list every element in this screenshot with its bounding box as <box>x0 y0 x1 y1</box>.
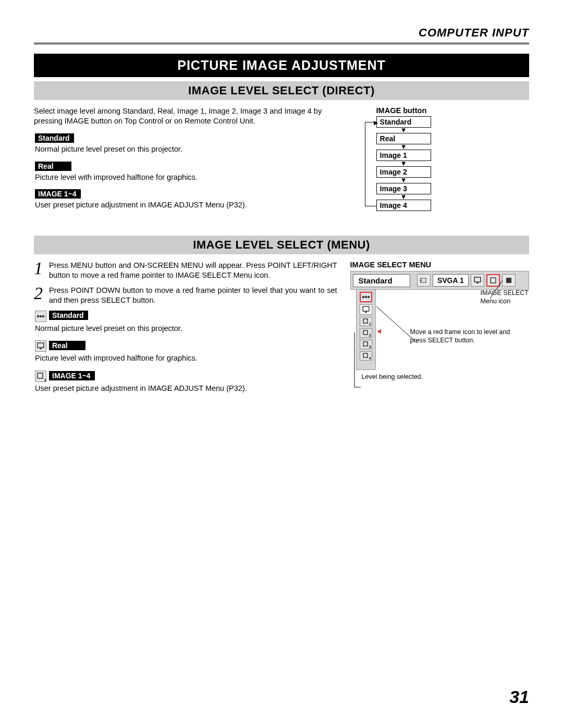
svg-rect-17 <box>363 330 368 335</box>
desc-image14: User preset picture adjustment in IMAGE … <box>35 200 337 210</box>
label-standard: Standard <box>35 133 74 143</box>
input-icon <box>417 274 431 287</box>
desc-standard: Normal picture level preset on this proj… <box>35 324 337 334</box>
step-number: 2 <box>34 286 43 302</box>
step-1: 1 Press MENU button and ON-SCREEN MENU w… <box>34 261 337 280</box>
menu-section: 1 Press MENU button and ON-SCREEN MENU w… <box>34 261 529 401</box>
svg-rect-8 <box>476 282 479 283</box>
menu-item-image14: 1 IMAGE 1~4 User preset picture adjustme… <box>35 371 337 393</box>
step-number: 1 <box>34 261 43 277</box>
annot-level-selected: Level being selected. <box>362 373 423 381</box>
subtitle-menu: IMAGE LEVEL SELECT (MENU) <box>34 236 529 254</box>
svg-rect-9 <box>491 278 496 283</box>
osd-menu-bar: Standard SVGA 1 <box>350 271 529 290</box>
svg-rect-3 <box>38 343 44 348</box>
svg-rect-16 <box>363 319 368 323</box>
label-image14: IMAGE 1~4 <box>49 371 95 380</box>
annot-move-frame: Move a red frame icon to level and press… <box>410 328 515 344</box>
subtitle-direct: IMAGE LEVEL SELECT (DIRECT) <box>34 81 529 100</box>
svg-rect-5 <box>38 373 43 378</box>
image-select-menu-icon <box>486 274 500 287</box>
svg-rect-11 <box>362 295 365 299</box>
label-real: Real <box>49 341 85 350</box>
flow-arrow-icon: ▼ <box>376 161 431 166</box>
level-image4-icon: 4 <box>360 351 372 361</box>
label-real: Real <box>35 162 71 171</box>
flow-arrow-icon: ▼ <box>376 178 431 183</box>
flow-arrow-icon: ▼ <box>376 144 431 150</box>
numbered-frame-icon: 1 <box>35 371 46 382</box>
svg-rect-10 <box>506 278 511 283</box>
svg-rect-7 <box>474 277 481 282</box>
svg-marker-20 <box>377 329 381 334</box>
flow-title: IMAGE button <box>376 106 529 115</box>
svga-label: SVGA 1 <box>433 274 469 287</box>
diamond-cluster-icon <box>35 311 46 322</box>
red-cursor-icon <box>376 292 382 370</box>
level-list: 1 2 3 4 <box>356 290 376 370</box>
level-image2-icon: 2 <box>360 328 372 338</box>
page-number: 31 <box>509 687 529 707</box>
desc-standard: Normal picture level preset on this proj… <box>35 144 337 154</box>
svg-rect-2 <box>42 315 45 318</box>
svg-rect-1 <box>39 315 42 318</box>
menu-item-real: Real Picture level with improved halfton… <box>35 340 337 363</box>
page-title: PICTURE IMAGE ADJUSTMENT <box>34 54 529 77</box>
monitor-icon <box>35 340 46 352</box>
flow-box-image4: Image 4 <box>376 200 431 211</box>
svg-rect-14 <box>363 306 369 311</box>
desc-image14: User preset picture adjustment in IMAGE … <box>35 384 337 393</box>
desc-real: Picture level with improved halftone for… <box>35 172 337 182</box>
header-section: COMPUTER INPUT <box>34 26 529 44</box>
step-text: Press POINT DOWN button to move a red fr… <box>49 286 337 305</box>
label-standard: Standard <box>49 311 88 320</box>
step-2: 2 Press POINT DOWN button to move a red … <box>34 286 337 305</box>
direct-item-standard: Standard Normal picture level preset on … <box>35 133 337 154</box>
flow-arrow-icon: ▼ <box>376 128 431 133</box>
direct-section: Select image level among Standard, Real,… <box>34 106 529 217</box>
svg-rect-4 <box>40 348 42 349</box>
svg-rect-19 <box>363 353 368 357</box>
image-button-flow: ▶ Standard ▼ Real ▼ Image 1 ▼ Image 2 ▼ … <box>376 116 529 211</box>
svg-rect-15 <box>365 312 367 313</box>
menu-mode-label: Standard <box>353 274 410 287</box>
direct-item-real: Real Picture level with improved halfton… <box>35 162 337 182</box>
svg-rect-12 <box>364 295 368 299</box>
annot-image-select-icon: IMAGE SELECTMenu icon <box>481 289 529 305</box>
direct-item-image14: IMAGE 1~4 User preset picture adjustment… <box>35 189 337 210</box>
level-standard-icon <box>360 292 372 302</box>
level-image1-icon: 1 <box>360 317 372 326</box>
flow-arrow-icon: ▼ <box>376 194 431 200</box>
image-select-menu-title: IMAGE SELECT MENU <box>350 261 529 269</box>
svg-rect-18 <box>363 342 368 346</box>
menu-item-standard: Standard Normal picture level preset on … <box>35 311 337 334</box>
svg-rect-0 <box>36 315 40 318</box>
settings-menu-icon <box>502 274 516 287</box>
direct-intro: Select image level among Standard, Real,… <box>34 106 337 126</box>
level-image3-icon: 3 <box>360 340 372 349</box>
monitor-menu-icon <box>471 274 484 287</box>
label-image14: IMAGE 1~4 <box>35 189 81 199</box>
desc-real: Picture level with improved halftone for… <box>35 353 337 363</box>
step-text: Press MENU button and ON-SCREEN MENU wil… <box>49 261 337 280</box>
level-real-icon <box>360 304 372 315</box>
svg-rect-13 <box>367 295 370 299</box>
